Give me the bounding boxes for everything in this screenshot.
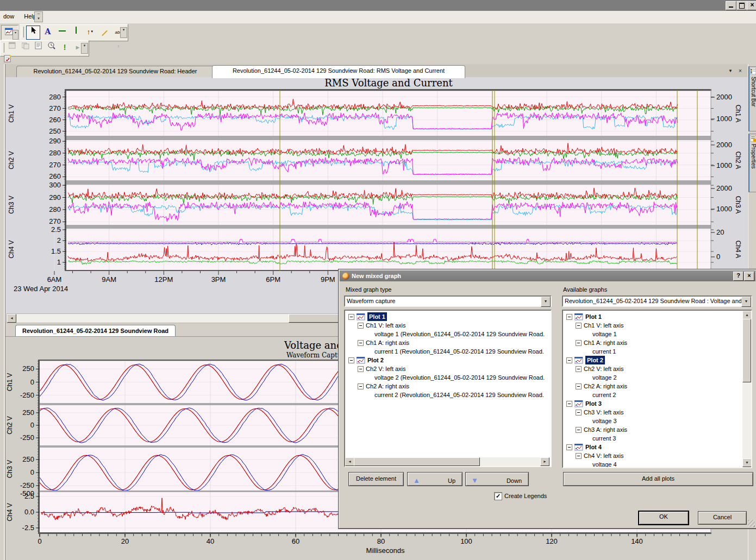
tree-collapse-icon[interactable] [576,453,582,459]
toolbar-grip[interactable] [2,43,4,53]
available-graphs-tree-node[interactable]: Ch4 V: left axis [564,451,742,460]
tree-collapse-icon[interactable] [358,383,364,389]
scrollbar-thumb[interactable] [742,319,751,382]
available-graphs-tree-node[interactable]: Ch3 A: right axis [564,425,742,433]
tree-collapse-icon[interactable] [566,314,572,320]
scroll-right-icon[interactable]: ► [540,457,549,466]
toolbar-grip[interactable] [21,27,24,37]
available-graphs-tree-node[interactable]: Ch1 A: right axis [564,338,742,347]
minimize-button[interactable] [726,1,736,10]
tree-collapse-icon[interactable] [358,323,364,329]
tree-collapse-icon[interactable] [576,410,582,416]
dialog-close-button[interactable]: × [744,272,754,281]
move-down-button[interactable]: ▼ Down [465,472,529,486]
create-legends-checkbox[interactable]: ✓ [494,492,502,500]
dialog-resize-grip[interactable] [748,520,755,527]
available-graphs-tree-node[interactable]: Plot 3 [564,399,742,407]
tree-collapse-icon[interactable] [576,366,582,372]
available-graphs-tree-node[interactable]: voltage 3 [564,416,742,425]
tree-collapse-icon[interactable] [358,366,364,372]
tree-vertical-scrollbar[interactable]: ▲ ▼ [742,311,751,467]
tree-horizontal-scrollbar[interactable]: ◄ ► [345,457,549,466]
tab-close-button[interactable]: × [736,68,744,75]
toolbar-overflow-button[interactable]: ▾ [120,27,127,38]
scroll-left-icon[interactable]: ◄ [345,457,354,466]
mixed-graph-tree-node[interactable]: voltage 2 (Revolution_61244_05-02-2014 1… [346,373,549,381]
arrow-annotation-tool-button[interactable]: ↑▼ [84,26,97,39]
mixed-graph-tree-node[interactable]: current 2 (Revolution_61244_05-02-2014 1… [346,390,549,399]
mixed-graph-tree-node[interactable]: Plot 1 [346,312,549,320]
move-up-button[interactable]: ▲ Up [407,472,463,486]
available-graphs-tree-node[interactable]: Ch1 V: left axis [564,320,742,329]
mixed-graph-tree-node[interactable]: voltage 1 (Revolution_61244_05-02-2014 1… [346,329,549,338]
mixed-graph-type-select[interactable]: Waveform capture ▼ [344,295,552,307]
tree-collapse-icon[interactable] [348,357,354,363]
tab-rms-voltage-current[interactable]: Revolution_61244_05-02-2014 129 Soundvie… [212,65,465,78]
available-graphs-tree-node[interactable]: voltage 1 [564,329,742,338]
available-graphs-tree-node[interactable]: voltage 4 [564,460,742,468]
maximize-icon [739,3,745,9]
toolbar-overflow-button[interactable]: ▾ [13,30,18,40]
tab-soundview-road[interactable]: Revolution_61244_05-02-2014 129 Soundvie… [15,325,176,337]
time-search-button[interactable] [46,42,58,54]
available-graphs-select[interactable]: Revolution_61244_05-02-2014 129 Soundvie… [562,295,752,307]
report-designer-button[interactable] [20,42,32,54]
tree-collapse-icon[interactable] [576,383,582,389]
tree-collapse-icon[interactable] [358,340,364,346]
close-button[interactable]: × [747,1,756,10]
available-graphs-tree-node[interactable]: current 1 [564,347,742,355]
mixed-graph-tree-node[interactable]: Plot 2 [346,355,549,364]
text-annotation-icon: A [45,28,51,36]
tree-collapse-icon[interactable] [576,323,582,329]
scrollbar-thumb[interactable] [354,457,480,466]
tree-collapse-icon[interactable] [566,401,572,407]
cancel-button[interactable]: Cancel [698,511,747,525]
scroll-up-icon[interactable]: ▲ [742,311,752,319]
tree-collapse-icon[interactable] [348,314,354,320]
available-graphs-tree-node[interactable]: voltage 2 [564,373,742,381]
new-graph-button[interactable] [7,42,18,54]
mixed-graph-tree-node[interactable]: Ch1 V: left axis [346,320,549,329]
tree-collapse-icon[interactable] [576,340,582,346]
available-graphs-tree-node[interactable]: Plot 1 [564,312,742,320]
chevron-down-icon[interactable]: ▼ [541,297,551,307]
scroll-down-icon[interactable]: ▼ [742,458,752,467]
diagonal-line-tool-button[interactable] [98,26,111,39]
select-cursor-button[interactable] [26,26,40,40]
tree-collapse-icon[interactable] [566,357,572,363]
alert-button[interactable]: ! [59,42,71,54]
available-graphs-tree-node[interactable]: Plot 2 [564,355,742,364]
menu-item-window[interactable]: dow [0,11,19,20]
text-annotation-button[interactable]: A [41,26,54,39]
delete-element-button[interactable]: Delete element [348,472,404,486]
text-report-button[interactable] [33,42,45,54]
vertical-line-tool-button[interactable] [70,26,83,39]
mixed-graph-tree-node[interactable]: current 1 (Revolution_61244_05-02-2014 1… [346,347,549,355]
properties-tab[interactable]: Properties [748,134,756,192]
graph-window-icon[interactable] [2,31,14,37]
tab-header[interactable]: Revolution_61244_05-02-2014 129 Soundvie… [16,66,214,78]
chevron-down-icon[interactable]: ▼ [741,297,751,307]
tree-collapse-icon[interactable] [566,444,572,450]
maximize-button[interactable] [736,1,747,10]
ok-button[interactable]: OK [638,511,689,525]
mixed-graph-tree-node[interactable]: Ch2 V: left axis [346,364,549,373]
available-graphs-tree-node[interactable]: Ch3 V: left axis [564,407,742,416]
available-graphs-tree-node[interactable]: Ch2 A: right axis [564,381,742,390]
scroll-left-icon[interactable]: ◄ [7,314,16,323]
available-graphs-tree-node-label: Ch4 V: left axis [584,451,624,460]
shortcut-bar-tab[interactable]: Shortcut Bar [748,66,756,131]
tab-list-dropdown-button[interactable]: ▼ [727,68,734,75]
toolbar-overflow-button[interactable]: ▾ [81,43,88,54]
add-all-plots-button[interactable]: Add all plots [563,472,753,486]
horizontal-line-tool-button[interactable] [55,26,68,39]
available-graphs-tree-node[interactable]: Plot 4 [564,442,742,451]
tree-collapse-icon[interactable] [576,427,582,433]
mixed-graph-tree-node[interactable]: Ch2 A: right axis [346,381,549,390]
available-graphs-tree-node[interactable]: current 2 [564,390,742,399]
available-graphs-tree-node[interactable]: current 3 [564,433,742,442]
menu-overflow-button[interactable]: ─▾ [34,11,43,22]
available-graphs-tree-node[interactable]: Ch2 V: left axis [564,364,742,373]
dialog-help-button[interactable]: ? [733,272,743,281]
mixed-graph-tree-node[interactable]: Ch1 A: right axis [346,338,549,347]
